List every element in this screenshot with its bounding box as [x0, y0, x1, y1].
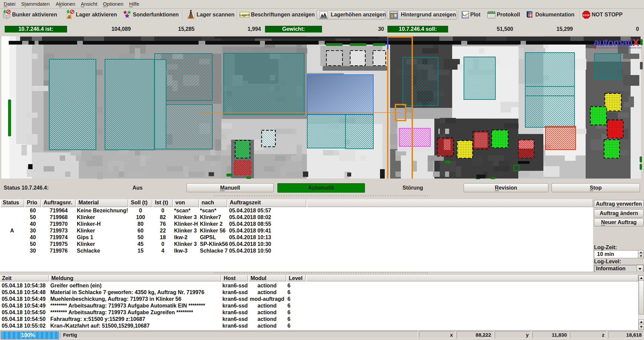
- svg-text:STOP: STOP: [583, 14, 590, 17]
- svg-text:Lager3: Lager3: [239, 13, 250, 17]
- svg-text:Gesellschaft für Automatisieru: Gesellschaft für Automatisierungstechnik…: [597, 47, 642, 49]
